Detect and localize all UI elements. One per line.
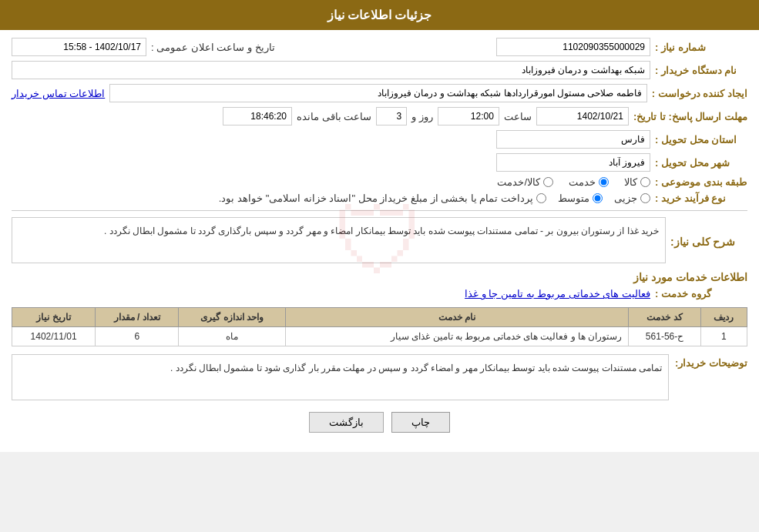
col-service-name: نام خدمت [285,308,629,327]
cell-date: 1402/11/01 [12,327,96,346]
col-service-code: کد خدمت [629,308,700,327]
announce-time-label: تاریخ و ساعت اعلان عمومی : [151,42,275,53]
deadline-date-input[interactable] [536,107,629,125]
table-body: 1 ح-56-561 رستوران ها و فعالیت های خدمات… [12,327,747,346]
need-number-row: شماره نیاز : تاریخ و ساعت اعلان عمومی : [12,38,747,56]
page-title: جزئیات اطلاعات نیاز [327,8,432,22]
province-label: استان محل تحویل : [655,134,747,146]
province-input[interactable] [496,130,650,149]
category-khedmat-item: خدمت [569,176,609,188]
category-khedmat-radio[interactable] [599,177,609,187]
remaining-label: ساعت باقی مانده [297,111,371,122]
service-table: ردیف کد خدمت نام خدمت واحد اندازه گیری ت… [12,307,747,346]
cell-service-code: ح-56-561 [629,327,700,346]
col-row: ردیف [700,308,747,327]
process-label: نوع فرآیند خرید : [655,192,747,204]
days-label: روز و [411,111,433,122]
description-text: خرید غذا از رستوران بیرون بر - تمامی مست… [12,217,666,263]
deadline-label: مهلت ارسال پاسخ: تا تاریخ: [633,111,747,122]
process-radio-group: جزیی متوسط پرداخت تمام یا بخشی از مبلغ خ… [219,192,650,204]
creator-input[interactable] [109,84,647,102]
process-esnad-radio[interactable] [536,193,546,203]
service-group-link[interactable]: فعالیت های خدماتی مربوط به تامین جا و غذ… [465,288,650,299]
need-number-input[interactable] [496,38,650,56]
notes-row: توضیحات خریدار: تمامی مستندات پیوست شده … [12,354,747,400]
announce-time-input[interactable] [12,38,146,56]
process-esnad-item: پرداخت تمام یا بخشی از مبلغ خریداز محل "… [219,192,546,204]
category-both-item: کالا/خدمت [497,176,553,188]
time-label: ساعت [504,111,532,122]
description-row: شرح کلی نیاز: خرید غذا از رستوران بیرون … [12,217,747,263]
back-button[interactable]: بازگشت [309,412,384,433]
category-kala-item: کالا [624,176,650,188]
days-input[interactable] [376,107,407,125]
buyer-org-label: نام دستگاه خریدار : [655,65,747,76]
service-table-section: ردیف کد خدمت نام خدمت واحد اندازه گیری ت… [12,307,747,346]
category-both-label: کالا/خدمت [497,176,540,188]
category-both-radio[interactable] [543,177,553,187]
cell-service-name: رستوران ها و فعالیت های خدماتی مربوط به … [285,327,629,346]
need-number-label: شماره نیاز : [655,42,747,53]
category-radio-group: کالا خدمت کالا/خدمت [497,176,650,188]
page-header: جزئیات اطلاعات نیاز [0,0,759,30]
city-input[interactable] [496,153,650,172]
notes-label: توضیحات خریدار: [675,354,747,369]
cell-row: 1 [700,327,747,346]
category-label: طبقه بندی موضوعی : [655,176,747,188]
province-row: استان محل تحویل : [12,130,747,149]
category-khedmat-label: خدمت [569,176,596,188]
process-motevaset-radio[interactable] [593,193,603,203]
cell-quantity: 6 [96,327,179,346]
creator-label: ایجاد کننده درخواست : [652,88,747,99]
deadline-time-input[interactable] [438,107,499,125]
city-label: شهر محل تحویل : [655,157,747,169]
buyer-org-input[interactable] [12,61,650,79]
table-row: 1 ح-56-561 رستوران ها و فعالیت های خدمات… [12,327,747,346]
remaining-input[interactable] [223,107,292,125]
col-quantity: تعداد / مقدار [96,308,179,327]
content-area: 🛡 شماره نیاز : تاریخ و ساعت اعلان عمومی … [0,30,759,452]
category-kala-label: کالا [624,176,637,188]
process-jozi-label: جزیی [614,192,637,204]
process-jozi-radio[interactable] [640,193,650,203]
process-esnad-label: پرداخت تمام یا بخشی از مبلغ خریداز محل "… [219,192,533,204]
service-group-label: گروه خدمت : [655,288,747,299]
description-label: شرح کلی نیاز: [670,236,747,248]
city-row: شهر محل تحویل : [12,153,747,172]
print-button[interactable]: چاپ [391,412,450,433]
cell-unit: ماه [179,327,286,346]
process-row: نوع فرآیند خرید : جزیی متوسط پرداخت تمام… [12,192,747,204]
table-header-row: ردیف کد خدمت نام خدمت واحد اندازه گیری ت… [12,308,747,327]
process-jozi-item: جزیی [614,192,650,204]
deadline-row: مهلت ارسال پاسخ: تا تاریخ: ساعت روز و سا… [12,107,747,125]
category-row: طبقه بندی موضوعی : کالا خدمت کالا/خدمت [12,176,747,188]
service-group-row: گروه خدمت : فعالیت های خدماتی مربوط به ت… [12,288,747,299]
creator-contact-link[interactable]: اطلاعات تماس خریدار [12,88,105,99]
category-kala-radio[interactable] [640,177,650,187]
process-motevaset-label: متوسط [558,192,589,204]
col-unit: واحد اندازه گیری [179,308,286,327]
buttons-row: چاپ بازگشت [12,412,747,433]
main-container: جزئیات اطلاعات نیاز 🛡 شماره نیاز : تاریخ… [0,0,759,452]
buyer-org-row: نام دستگاه خریدار : [12,61,747,79]
process-motevaset-item: متوسط [558,192,603,204]
divider-1 [12,210,747,211]
col-date: تاریخ نیاز [12,308,96,327]
service-info-title: اطلاعات خدمات مورد نیاز [12,271,747,283]
notes-text: تمامی مستندات پیوست شده باید توسط بیمانک… [12,354,669,400]
creator-row: ایجاد کننده درخواست : اطلاعات تماس خریدا… [12,84,747,102]
